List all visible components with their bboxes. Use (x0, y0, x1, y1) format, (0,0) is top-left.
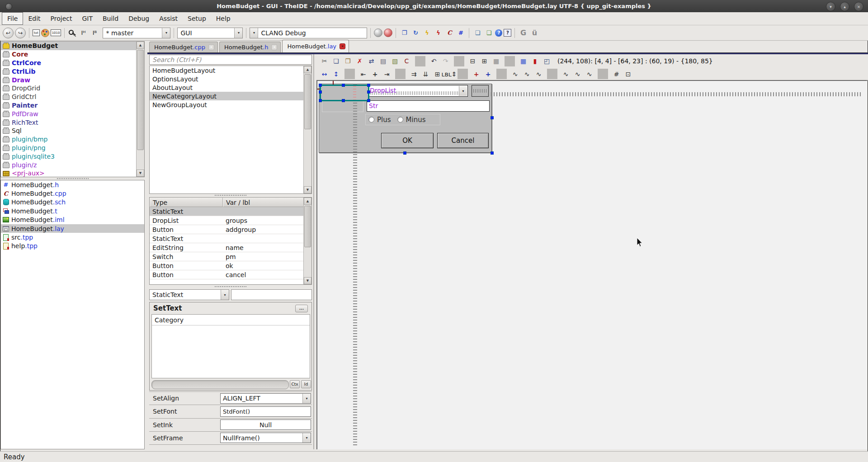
align-center-icon[interactable]: + (370, 69, 380, 79)
radio-minus-icon[interactable] (397, 117, 403, 123)
palette-icon[interactable] (41, 29, 49, 37)
menu-debug[interactable]: Debug (123, 12, 154, 25)
package-prj-aux[interactable]: <prj-aux> (1, 169, 144, 177)
resize-handle[interactable] (367, 99, 370, 102)
grep-icon[interactable]: G (518, 28, 528, 38)
scrollbar-thumb[interactable] (304, 206, 311, 247)
show-grid-icon[interactable]: ▦ (518, 56, 528, 66)
layout-newcategorylayout[interactable]: NewCategoryLayout (150, 92, 311, 100)
resize-handle[interactable] (342, 84, 345, 87)
file-homebudget-sch[interactable]: HomeBudget.sch (1, 198, 144, 207)
source-icon[interactable]: ▤ (378, 56, 388, 66)
package-plugin-z[interactable]: plugin/z (1, 160, 144, 169)
move-red-icon[interactable]: + (471, 69, 481, 79)
menu-build[interactable]: Build (98, 12, 123, 25)
package-pdfdraw[interactable]: PdfDraw (1, 109, 144, 118)
file-homebudget-t[interactable]: HomeBudget.t (1, 207, 144, 215)
insert-below-icon[interactable]: ⊞ (479, 56, 490, 66)
package-dropgrid[interactable]: DropGrid (1, 84, 144, 93)
redo-icon[interactable]: ↷ (440, 56, 451, 66)
scroll-up-icon[interactable]: ▲ (304, 66, 311, 73)
hspring-icon[interactable]: ∿ (510, 69, 520, 79)
dialog-resize-handle[interactable] (491, 151, 494, 155)
binary-file-icon[interactable]: 1010 (51, 29, 61, 36)
item-row[interactable]: Button cancel (150, 270, 311, 279)
resize-handle[interactable] (342, 99, 345, 102)
item-row[interactable]: Switch pm (150, 252, 311, 261)
chevron-down-icon[interactable]: ▾ (234, 28, 242, 38)
scrollbar-thumb[interactable] (304, 74, 311, 129)
addgroup-button-widget[interactable] (472, 85, 489, 97)
run-window-icon[interactable]: ❏ (472, 28, 482, 38)
menu-project[interactable]: Project (46, 12, 77, 25)
package-core[interactable]: Core (1, 50, 144, 59)
item-row[interactable]: DropList groups (150, 216, 311, 225)
package-plugin-png[interactable]: plugin/png (1, 144, 144, 152)
cut-icon[interactable]: ✂ (319, 56, 330, 66)
menu-file[interactable]: File (2, 12, 23, 25)
context-help-icon[interactable]: ? (504, 29, 511, 37)
scroll-up-icon[interactable]: ▲ (137, 42, 144, 49)
frame-icon[interactable]: ⊡ (623, 69, 633, 79)
package-ctrllib[interactable]: CtrlLib (1, 67, 144, 75)
menu-git[interactable]: GIT (77, 12, 98, 25)
center-vert-icon[interactable]: ↕ (331, 69, 341, 79)
file-homebudget-h[interactable]: # HomeBudget.h (1, 180, 144, 189)
align-right-icon[interactable]: ⇥ (382, 69, 392, 79)
item-row[interactable]: Button ok (150, 261, 311, 270)
statictext-widget[interactable] (322, 101, 363, 112)
tab-homebudget-lay[interactable]: HomeBudget.lay ✕ (282, 40, 349, 52)
cpp-code-icon[interactable]: C (401, 56, 412, 66)
layout-optionslayout[interactable]: OptionsLayout (150, 75, 311, 83)
scroll-down-icon[interactable]: ▼ (304, 277, 311, 284)
file-help-tpp[interactable]: help.tpp (1, 242, 144, 250)
txt-file-icon[interactable]: txt (33, 29, 40, 36)
scrollbar-thumb[interactable] (137, 50, 144, 150)
resize-handle[interactable] (319, 99, 322, 102)
panel-divider[interactable] (313, 54, 314, 449)
file-homebudget-cpp[interactable]: C HomeBudget.cpp (1, 189, 144, 198)
compile-file-icon[interactable]: C (444, 28, 454, 38)
minimize-button[interactable]: ▾ (826, 2, 835, 11)
layout-homebudgetlayout[interactable]: HomeBudgetLayout (150, 66, 311, 75)
package-ctrlcore[interactable]: CtrlCore (1, 59, 144, 67)
tab-homebudget-h[interactable]: HomeBudget.h ✕ (219, 42, 281, 52)
panel-splitter[interactable] (149, 194, 312, 197)
item-table-scrollbar[interactable]: ▲ ▼ (303, 198, 311, 284)
file-homebudget-lay[interactable]: HomeBudget.lay (1, 224, 144, 233)
vspring-icon[interactable]: ∿ (561, 69, 571, 79)
id-button[interactable]: Id (301, 380, 311, 388)
editstring-widget[interactable]: Str (367, 100, 490, 112)
package-sql[interactable]: Sql (1, 127, 144, 135)
settext-value[interactable]: Category (152, 315, 310, 325)
close-icon[interactable]: ✕ (271, 44, 277, 50)
selected-statictext-widget[interactable] (320, 85, 369, 101)
dialog-resize-handle[interactable] (403, 151, 406, 155)
back-icon[interactable]: ↩ (3, 28, 14, 38)
file-homebudget-iml[interactable]: HomeBudget.iml (1, 216, 144, 224)
ok-button-widget[interactable]: OK (381, 133, 434, 148)
item-row[interactable]: StaticText (150, 207, 311, 216)
package-richtext[interactable]: RichText (1, 118, 144, 127)
dialog-resize-handle[interactable] (491, 116, 494, 119)
preprocess-icon[interactable]: # (456, 28, 466, 38)
matrix-icon[interactable]: ▦ (491, 56, 501, 66)
sync-refresh-icon[interactable]: ↻ (410, 28, 420, 38)
radio-plus-icon[interactable] (368, 117, 374, 123)
scroll-up-icon[interactable]: ▲ (304, 198, 311, 205)
resize-handle[interactable] (319, 90, 322, 94)
build-method-combo[interactable]: ▾ CLANG Debug (250, 28, 367, 38)
package-plugin-bmp[interactable]: plugin/bmp (1, 135, 144, 144)
property-value[interactable]: StdFont() (220, 406, 311, 417)
type-column-header[interactable]: Type (150, 198, 223, 207)
chevron-down-icon[interactable]: ▾ (221, 290, 229, 300)
layout-list-scrollbar[interactable]: ▲ ▼ (303, 66, 311, 193)
scroll-down-icon[interactable]: ▼ (304, 186, 311, 193)
chevron-down-icon[interactable]: ▾ (250, 28, 258, 38)
menu-assist[interactable]: Assist (154, 12, 183, 25)
layout-aboutlayout[interactable]: AboutLayout (150, 83, 311, 92)
package-organizer-icon[interactable]: ❐ (399, 28, 409, 38)
package-list-scrollbar[interactable]: ▲ ▼ (136, 42, 144, 177)
move-blue-icon[interactable]: + (483, 69, 493, 79)
property-value[interactable]: NullFrame() (220, 433, 311, 443)
